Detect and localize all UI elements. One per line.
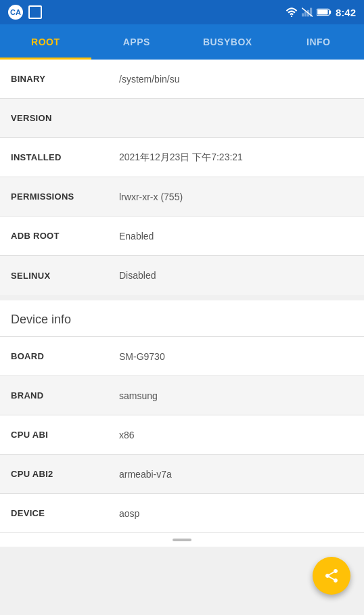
content: BINARY /system/bin/su VERSION INSTALLED … — [0, 60, 364, 547]
row-label-permissions: PERMISSIONS — [11, 191, 119, 202]
table-row: SELINUX Disabled — [0, 256, 364, 295]
device-info-title: Device info — [11, 313, 71, 326]
row-label-cpu-abi: CPU ABI — [11, 430, 119, 440]
table-row: ADB ROOT Enabled — [0, 217, 364, 256]
table-row: VERSION — [0, 99, 364, 138]
table-row: BRAND samsung — [0, 376, 364, 415]
tab-apps[interactable]: APPS — [91, 24, 183, 60]
row-label-binary: BINARY — [11, 74, 119, 84]
window-icon — [28, 5, 42, 19]
share-fab[interactable] — [313, 557, 350, 595]
svg-rect-2 — [304, 12, 306, 16]
app-icon: CA — [8, 5, 23, 20]
row-label-selinux: SELINUX — [11, 271, 119, 281]
row-label-board: BOARD — [11, 351, 119, 361]
row-label-brand: BRAND — [11, 390, 119, 401]
signal-icon — [302, 7, 313, 17]
row-value-selinux: Disabled — [119, 270, 353, 281]
row-value-device: aosp — [119, 508, 353, 519]
row-value-cpu-abi: x86 — [119, 430, 353, 440]
row-label-version: VERSION — [11, 113, 119, 123]
root-info-card: BINARY /system/bin/su VERSION INSTALLED … — [0, 60, 364, 295]
row-label-cpu-abi2: CPU ABI2 — [11, 469, 119, 479]
row-value-board: SM-G9730 — [119, 351, 353, 362]
share-icon — [323, 568, 340, 584]
svg-point-0 — [291, 16, 292, 17]
row-value-cpu-abi2: armeabi-v7a — [119, 469, 353, 480]
row-label-installed: INSTALLED — [11, 152, 119, 162]
device-info-card: Device info BOARD SM-G9730 BRAND samsung… — [0, 300, 364, 547]
scroll-dot — [173, 539, 191, 541]
tab-bar: ROOT APPS BUSYBOX INFO — [0, 24, 364, 60]
row-value-permissions: lrwxr-xr-x (755) — [119, 191, 353, 202]
status-bar: CA 8:42 — [0, 0, 364, 24]
status-bar-left: CA — [8, 5, 42, 20]
table-row: BINARY /system/bin/su — [0, 60, 364, 99]
svg-rect-1 — [302, 14, 304, 17]
table-row: CPU ABI2 armeabi-v7a — [0, 455, 364, 494]
svg-rect-8 — [317, 10, 327, 15]
device-info-section-header: Device info — [0, 300, 364, 337]
row-value-adb-root: Enabled — [119, 231, 353, 242]
row-label-device: DEVICE — [11, 508, 119, 518]
svg-rect-7 — [329, 10, 331, 14]
wifi-icon — [286, 7, 298, 17]
row-value-installed: 2021年12月23日 下午7:23:21 — [119, 152, 353, 164]
row-value-binary: /system/bin/su — [119, 74, 353, 85]
tab-busybox[interactable]: BUSYBOX — [182, 24, 273, 60]
table-row: BOARD SM-G9730 — [0, 337, 364, 376]
table-row: DEVICE aosp — [0, 494, 364, 533]
tab-root[interactable]: ROOT — [0, 24, 91, 60]
status-bar-right: 8:42 — [286, 7, 356, 18]
table-row: INSTALLED 2021年12月23日 下午7:23:21 — [0, 138, 364, 177]
table-row: PERMISSIONS lrwxr-xr-x (755) — [0, 177, 364, 217]
row-label-adb-root: ADB ROOT — [11, 231, 119, 241]
row-value-brand: samsung — [119, 390, 353, 401]
battery-icon — [317, 8, 332, 16]
tab-info[interactable]: INFO — [273, 24, 365, 60]
scroll-indicator — [0, 533, 364, 547]
status-time: 8:42 — [336, 7, 356, 18]
table-row: CPU ABI x86 — [0, 415, 364, 455]
